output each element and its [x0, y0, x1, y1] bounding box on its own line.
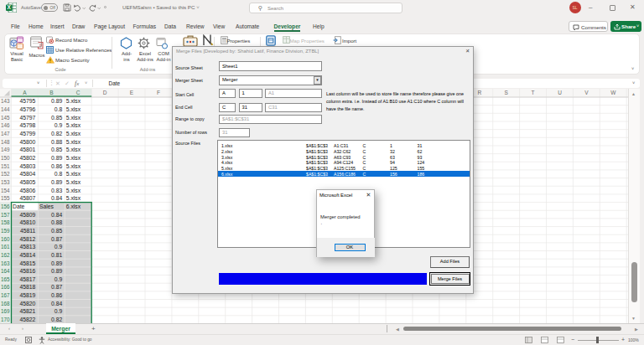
svg-text:169: 169 [1, 308, 10, 314]
svg-text:151: 151 [1, 162, 10, 168]
svg-text:0.86: 0.86 [51, 162, 62, 168]
svg-text:0.85: 0.85 [51, 227, 62, 233]
svg-text:E: E [130, 90, 134, 95]
svg-text:45813: 45813 [19, 244, 35, 250]
svg-text:143: 143 [1, 98, 10, 104]
svg-text:5.xlsx: 5.xlsx [66, 98, 81, 104]
svg-text:45809: 45809 [19, 211, 35, 217]
svg-text:0.88: 0.88 [51, 219, 62, 225]
svg-text:45802: 45802 [19, 154, 35, 160]
svg-text:5.xlsx: 5.xlsx [66, 138, 81, 144]
svg-text:154: 154 [1, 187, 10, 193]
svg-text:157: 157 [1, 211, 10, 217]
svg-text:45798: 45798 [19, 122, 35, 128]
svg-text:0.9: 0.9 [55, 308, 63, 314]
svg-text:0.9: 0.9 [55, 275, 63, 281]
svg-text:45806: 45806 [19, 187, 35, 193]
svg-text:0.9: 0.9 [55, 122, 63, 128]
svg-text:148: 148 [1, 138, 10, 144]
svg-text:45805: 45805 [19, 178, 35, 184]
svg-text:170: 170 [1, 317, 10, 322]
svg-text:156: 156 [1, 203, 10, 209]
svg-text:160: 160 [1, 235, 10, 241]
svg-text:0.84: 0.84 [51, 300, 62, 306]
svg-text:153: 153 [1, 178, 10, 184]
svg-text:155: 155 [1, 195, 10, 201]
svg-text:0.84: 0.84 [51, 211, 62, 217]
svg-text:5.xlsx: 5.xlsx [66, 171, 81, 177]
svg-text:45810: 45810 [19, 219, 35, 225]
svg-text:R: R [477, 90, 481, 95]
svg-text:165: 165 [1, 275, 10, 281]
svg-text:5.xlsx: 5.xlsx [66, 178, 81, 184]
svg-text:150: 150 [1, 154, 10, 160]
svg-text:0.82: 0.82 [51, 130, 62, 136]
svg-text:45816: 45816 [19, 268, 35, 274]
svg-text:45803: 45803 [19, 162, 35, 168]
svg-text:0.83: 0.83 [51, 187, 62, 193]
svg-text:W: W [610, 90, 616, 95]
svg-text:0.89: 0.89 [51, 98, 62, 104]
svg-text:144: 144 [1, 106, 10, 111]
svg-text:45814: 45814 [19, 251, 35, 257]
svg-text:146: 146 [1, 122, 10, 128]
svg-text:45807: 45807 [19, 195, 35, 201]
svg-text:45812: 45812 [19, 235, 35, 241]
svg-text:5.xlsx: 5.xlsx [66, 154, 81, 160]
svg-text:149: 149 [1, 147, 10, 152]
svg-text:45800: 45800 [19, 138, 35, 144]
svg-text:45818: 45818 [19, 284, 35, 290]
svg-text:5.xlsx: 5.xlsx [66, 187, 81, 193]
svg-text:0.88: 0.88 [51, 138, 62, 144]
svg-text:45815: 45815 [19, 260, 35, 265]
svg-text:A: A [23, 90, 27, 95]
svg-text:158: 158 [1, 219, 10, 225]
svg-text:167: 167 [1, 292, 10, 298]
svg-text:0.8: 0.8 [55, 171, 63, 177]
svg-text:Sales: Sales [39, 203, 55, 209]
svg-text:45819: 45819 [19, 292, 35, 298]
svg-text:5.xlsx: 5.xlsx [66, 106, 81, 111]
svg-text:161: 161 [1, 244, 10, 250]
svg-text:T: T [532, 90, 535, 95]
svg-text:0.84: 0.84 [51, 195, 62, 201]
svg-text:U: U [558, 90, 562, 95]
svg-text:5.xlsx: 5.xlsx [66, 195, 81, 201]
svg-text:C: C [76, 90, 80, 95]
svg-text:45817: 45817 [19, 275, 35, 281]
svg-text:162: 162 [1, 251, 10, 257]
svg-text:163: 163 [1, 260, 10, 265]
svg-text:D: D [103, 90, 107, 95]
svg-text:F: F [157, 90, 160, 95]
svg-text:45822: 45822 [19, 317, 35, 322]
svg-text:0.86: 0.86 [51, 292, 62, 298]
svg-text:0.85: 0.85 [51, 114, 62, 120]
svg-text:145: 145 [1, 114, 10, 120]
svg-text:B: B [49, 90, 53, 95]
svg-text:0.89: 0.89 [51, 154, 62, 160]
svg-text:166: 166 [1, 284, 10, 290]
svg-text:0.89: 0.89 [51, 178, 62, 184]
svg-text:45820: 45820 [19, 300, 35, 306]
svg-text:0.87: 0.87 [51, 235, 62, 241]
svg-text:45804: 45804 [19, 171, 35, 177]
svg-text:0.85: 0.85 [51, 147, 62, 152]
svg-text:0.9: 0.9 [55, 244, 63, 250]
svg-text:0.87: 0.87 [51, 284, 62, 290]
svg-text:5.xlsx: 5.xlsx [66, 122, 81, 128]
svg-text:45801: 45801 [19, 147, 35, 152]
svg-text:164: 164 [1, 268, 10, 274]
svg-text:45799: 45799 [19, 130, 35, 136]
svg-text:168: 168 [1, 300, 10, 306]
svg-text:5.xlsx: 5.xlsx [66, 130, 81, 136]
svg-text:Date: Date [13, 203, 25, 209]
svg-text:45821: 45821 [19, 308, 35, 314]
svg-text:45811: 45811 [20, 227, 36, 233]
svg-text:5.xlsx: 5.xlsx [66, 114, 81, 120]
svg-text:45797: 45797 [19, 114, 35, 120]
svg-text:147: 147 [1, 130, 10, 136]
svg-text:45796: 45796 [19, 106, 35, 111]
svg-text:X: X [8, 4, 12, 10]
svg-text:S: S [504, 90, 508, 95]
svg-text:152: 152 [1, 171, 10, 177]
